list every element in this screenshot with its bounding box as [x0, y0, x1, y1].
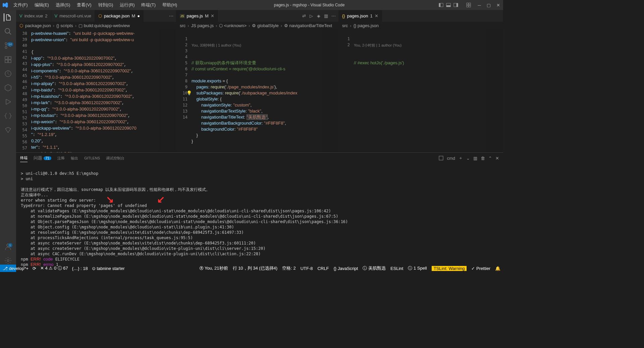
braces-icon[interactable]: [4, 112, 12, 120]
tabbar-1: Vindex.vue2 Vmescroll-uni.vue ⬡package.j…: [16, 10, 176, 22]
svg-rect-6: [467, 3, 468, 5]
gutter-1: 3839404142434445464748495051525354555657: [16, 29, 31, 152]
svg-rect-15: [8, 57, 11, 59]
menu-view[interactable]: 查看(V): [74, 1, 94, 9]
author-annotation: You, 33秒钟前 | 1 author (You): [192, 43, 322, 48]
minimize-button[interactable]: ─: [477, 3, 482, 7]
run-debug-icon[interactable]: [4, 98, 12, 106]
svg-rect-9: [469, 5, 471, 7]
layout-sidebar-left-icon[interactable]: [439, 3, 443, 7]
window-controls: ─ ▢ ✕: [477, 3, 500, 7]
settings-gear-icon[interactable]: [4, 257, 12, 265]
tab-package-json[interactable]: ⬡package.jsonM●: [95, 10, 144, 22]
tabbar-2: JSpages.jsM✕ ⇄ ▷ ◈ ▥ ⋯: [176, 10, 338, 22]
explorer-icon[interactable]: [4, 13, 12, 21]
code-2[interactable]: You, 33秒钟前 | 1 author (You) // 获取uniapp的…: [192, 29, 322, 152]
svg-rect-21: [439, 156, 443, 160]
scm-icon[interactable]: 14: [4, 42, 12, 50]
panel-tab-gitlens[interactable]: GITLENS: [84, 155, 100, 161]
search-icon[interactable]: [4, 27, 12, 36]
menu-help[interactable]: 帮助(H): [160, 1, 180, 9]
terminal[interactable]: > uni-cli@0.1.0 dev:h5 E:\mgshop > uni 请…: [16, 163, 503, 272]
panel-tab-debug-console[interactable]: 调试控制台: [106, 154, 124, 162]
more-icon[interactable]: ⋯: [169, 14, 173, 18]
window-title: pages.js - mgshop - Visual Studio Code: [180, 3, 439, 7]
panel-tab-output[interactable]: 输出: [71, 154, 78, 162]
svg-point-12: [5, 47, 7, 49]
scm-badge: 14: [7, 42, 13, 46]
editor-body-1[interactable]: 3839404142434445464748495051525354555657…: [16, 29, 176, 152]
layout-sidebar-right-icon[interactable]: [453, 3, 458, 7]
menu-go[interactable]: 转到(G): [96, 1, 116, 9]
split-editor-icon[interactable]: ▥: [324, 14, 328, 18]
close-tab-icon[interactable]: ✕: [211, 13, 214, 18]
kite-icon[interactable]: ◈: [316, 14, 321, 18]
tab-pages-json[interactable]: {}pages.json1✕: [339, 10, 382, 22]
modified-dot-icon: ●: [137, 13, 140, 18]
maximize-button[interactable]: ▢: [486, 3, 491, 7]
panel-tabs: 终端 问题71 注释 输出 GITLENS 调试控制台 cmd ＋ ⌄ ▥ 🗑 …: [16, 153, 503, 163]
close-tab-icon[interactable]: ✕: [375, 13, 378, 18]
lightbulb-icon[interactable]: 💡: [192, 90, 192, 96]
split-terminal-icon[interactable]: ▥: [473, 156, 477, 161]
account-badge: 1: [8, 243, 12, 247]
svg-point-20: [7, 260, 9, 262]
svg-rect-7: [469, 3, 471, 5]
svg-rect-17: [8, 60, 11, 63]
menu-terminal[interactable]: 终端(T): [139, 1, 158, 9]
minimap-1[interactable]: [159, 29, 176, 152]
more-icon[interactable]: ⋯: [331, 14, 336, 18]
author-annotation: You, 2小时前 | 1 author (You): [354, 43, 486, 48]
editor-group-1: Vindex.vue2 Vmescroll-uni.vue ⬡package.j…: [16, 10, 176, 152]
new-terminal-icon[interactable]: ＋: [459, 155, 463, 161]
layout-panel-icon[interactable]: [446, 3, 451, 7]
kill-terminal-icon[interactable]: 🗑: [481, 156, 485, 161]
account-icon[interactable]: 1: [4, 242, 12, 251]
timeline-icon[interactable]: [4, 70, 12, 78]
terminal-dropdown-icon[interactable]: ⌄: [466, 156, 470, 161]
svg-rect-5: [457, 3, 458, 7]
hexagon-icon[interactable]: [4, 84, 12, 92]
breadcrumb-2[interactable]: src› JS pages.js› ⬡ <unknown>› ⚙ globalS…: [176, 22, 338, 29]
vscode-logo-icon: [3, 2, 8, 8]
svg-rect-1: [439, 3, 440, 7]
svg-rect-16: [5, 60, 8, 63]
panel: 终端 问题71 注释 输出 GITLENS 调试控制台 cmd ＋ ⌄ ▥ 🗑 …: [16, 152, 503, 272]
panel-tab-terminal[interactable]: 终端: [20, 154, 28, 162]
run-icon[interactable]: ▷: [309, 14, 314, 18]
breadcrumb-3[interactable]: src› {} pages.json: [339, 22, 503, 29]
tab-mescroll-vue[interactable]: Vmescroll-uni.vue: [51, 10, 95, 22]
menu-file[interactable]: 文件(F): [11, 1, 31, 9]
panel-tab-comments[interactable]: 注释: [57, 154, 65, 162]
terminal-profile-icon[interactable]: [439, 156, 443, 160]
svg-rect-14: [5, 57, 8, 59]
panel-tab-problems[interactable]: 问题71: [34, 154, 51, 162]
menu-run[interactable]: 运行(R): [117, 1, 137, 9]
activitybar: 14 1: [0, 10, 16, 265]
tabbar-3: {}pages.json1✕: [339, 10, 503, 22]
terminal-profile-label[interactable]: cmd: [447, 156, 455, 161]
menu-edit[interactable]: 编辑(E): [32, 1, 52, 9]
customize-layout-icon[interactable]: [466, 3, 471, 7]
code-1[interactable]: p-webview-huawei": "uni build -p quickap…: [31, 29, 159, 152]
editor-body-3[interactable]: 12 You, 2小时前 | 1 author (You) // #exec h…: [339, 29, 503, 152]
breadcrumb-1[interactable]: ⬡package.json› {} scripts› ▢ build:quick…: [16, 22, 176, 29]
svg-rect-8: [467, 5, 468, 7]
tab-pages-js[interactable]: JSpages.jsM✕: [176, 10, 218, 22]
tabnine-icon[interactable]: [4, 126, 12, 134]
svg-rect-3: [446, 5, 450, 7]
minimap-2[interactable]: [322, 29, 338, 152]
close-panel-icon[interactable]: ✕: [495, 156, 499, 161]
menu-select[interactable]: 选择(S): [53, 1, 73, 9]
code-3[interactable]: You, 2小时前 | 1 author (You) // #exec hotJ…: [354, 29, 486, 152]
titlebar: 文件(F) 编辑(E) 选择(S) 查看(V) 转到(G) 运行(R) 终端(T…: [0, 0, 503, 10]
editor-body-2[interactable]: 1234567891011121314 You, 33秒钟前 | 1 autho…: [176, 29, 338, 152]
editor-group-3: {}pages.json1✕ src› {} pages.json 12 You…: [339, 10, 503, 152]
extensions-icon[interactable]: [4, 56, 12, 64]
annotation-arrow-icon: ↘: [106, 197, 114, 202]
minimap-3[interactable]: [486, 29, 503, 152]
close-button[interactable]: ✕: [496, 3, 500, 7]
compare-icon[interactable]: ⇄: [302, 14, 306, 18]
maximize-panel-icon[interactable]: ⌃: [488, 156, 492, 161]
tab-index-vue[interactable]: Vindex.vue2: [16, 10, 51, 22]
